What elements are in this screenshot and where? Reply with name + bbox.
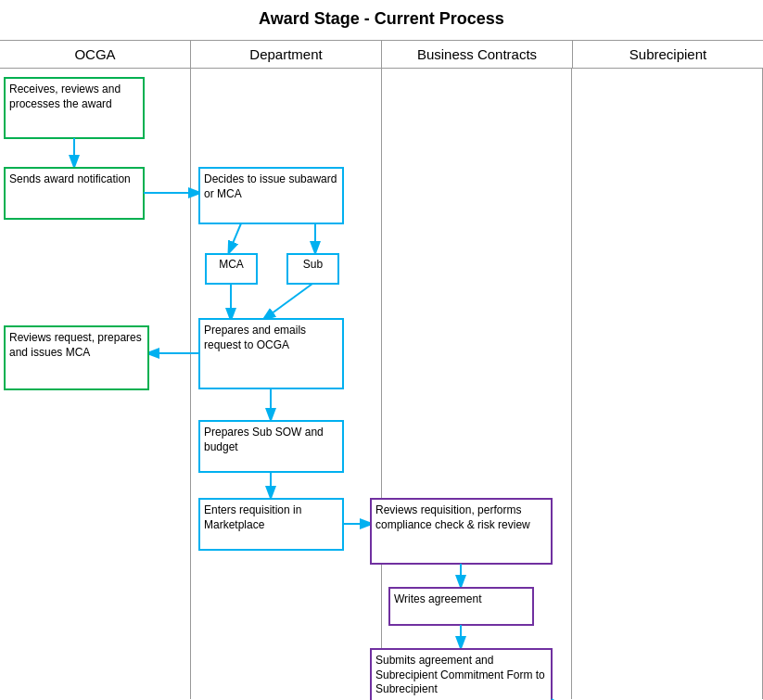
page: Award Stage - Current Process OCGA Depar…	[0, 0, 763, 700]
lane-ocga	[0, 69, 191, 699]
header-subrecipient: Subrecipient	[573, 41, 763, 68]
header-business-contracts: Business Contracts	[382, 41, 573, 68]
header-row: OCGA Department Business Contracts Subre…	[0, 40, 763, 69]
lane-subrecipient	[572, 69, 763, 699]
lane-business-contracts	[382, 69, 573, 699]
body-row: Receives, reviews and processes the awar…	[0, 69, 763, 699]
header-ocga: OCGA	[0, 41, 191, 68]
header-department: Department	[191, 41, 382, 68]
swimlane-container: OCGA Department Business Contracts Subre…	[0, 40, 763, 699]
lane-department	[191, 69, 382, 699]
page-title: Award Stage - Current Process	[0, 9, 763, 29]
